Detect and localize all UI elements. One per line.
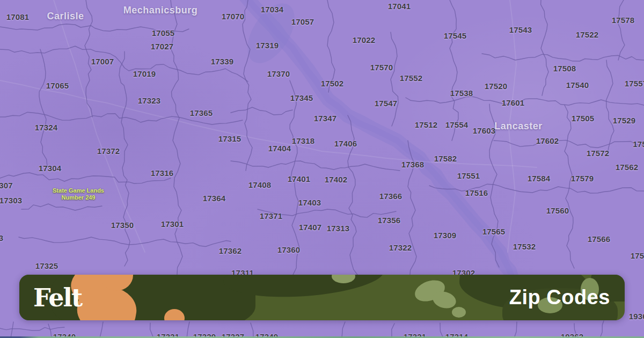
zip-label: 17403 xyxy=(298,198,321,207)
map-viewport[interactable]: 1704117034170811707017578170571754317055… xyxy=(0,0,644,338)
zip-label: 17065 xyxy=(46,81,69,90)
zip-label: 17366 xyxy=(379,192,402,201)
zip-label: 17319 xyxy=(256,41,279,50)
zip-label: 175 xyxy=(633,139,644,149)
map-title: Zip Codes xyxy=(509,275,610,320)
zip-label: 17371 xyxy=(260,211,283,221)
zip-label: 17362 xyxy=(219,246,242,255)
zip-label: 17347 xyxy=(314,114,337,123)
camo-blob xyxy=(452,307,466,318)
zip-label: 19362 xyxy=(629,312,644,321)
zip-label: 17303 xyxy=(0,196,22,205)
zip-label: 17401 xyxy=(288,174,311,183)
zip-label: 17404 xyxy=(268,144,291,153)
zip-label: 17516 xyxy=(465,188,488,197)
zip-label: 17356 xyxy=(378,216,401,225)
zip-label: 17322 xyxy=(389,243,412,252)
zip-label: 17370 xyxy=(267,69,290,78)
zip-label: 17406 xyxy=(334,139,357,148)
zip-label: 17324 xyxy=(35,123,58,132)
zip-label: 17547 xyxy=(375,99,398,108)
zip-label: 17315 xyxy=(218,134,241,143)
zip-label: 17602 xyxy=(536,136,559,145)
zip-label: 17019 xyxy=(133,69,156,78)
zip-label: 17309 xyxy=(434,231,457,240)
zip-label: 17560 xyxy=(546,206,569,215)
zip-label: 17081 xyxy=(6,12,30,21)
zip-label: 17313 xyxy=(327,224,350,233)
zip-label: 3 xyxy=(0,233,3,243)
zip-label: 17601 xyxy=(502,98,525,107)
zip-label: 17512 xyxy=(415,120,438,129)
zip-label: 17538 xyxy=(450,89,473,98)
zip-label: 17532 xyxy=(513,242,536,251)
zip-label: 17557 xyxy=(625,79,644,88)
zip-label: 17582 xyxy=(434,154,457,163)
zip-label: 17350 xyxy=(111,221,134,230)
zip-label: 17325 xyxy=(35,261,58,270)
zip-label: 17057 xyxy=(291,17,314,26)
zip-label: 17372 xyxy=(97,146,120,156)
zip-label: 17562 xyxy=(616,163,639,172)
zip-label: 17345 xyxy=(290,93,313,102)
zip-label: 17570 xyxy=(370,63,393,72)
zip-label: 17508 xyxy=(553,64,576,73)
zip-label: 17603 xyxy=(473,126,496,135)
zip-label: 17323 xyxy=(138,96,161,105)
zip-label: 17402 xyxy=(325,175,348,184)
zip-label: 17041 xyxy=(388,2,411,11)
zip-label: 17572 xyxy=(587,149,610,158)
zip-label: 17578 xyxy=(612,16,635,25)
zip-label: 17055 xyxy=(152,28,175,38)
zip-label: 17566 xyxy=(588,234,611,244)
felt-logo[interactable]: Felt xyxy=(33,275,82,320)
zip-label: 17368 xyxy=(401,160,425,169)
state-game-lands-label: State Game LandsNumber 249 xyxy=(53,187,104,201)
zip-label: 17551 xyxy=(457,171,480,180)
zip-label: 17360 xyxy=(277,245,301,254)
zip-label: 17540 xyxy=(566,80,589,90)
zip-label: 17304 xyxy=(39,164,62,173)
felt-attribution-banner[interactable]: Felt Zip Codes xyxy=(19,275,625,320)
zip-label: 17318 xyxy=(292,136,315,145)
city-label: Lancaster xyxy=(494,121,543,132)
zip-label: 17007 xyxy=(91,57,114,66)
zip-label: 17301 xyxy=(161,219,184,229)
zip-label: 17554 xyxy=(445,120,469,129)
zip-label: 17502 xyxy=(321,79,344,88)
zip-label: 17070 xyxy=(222,12,245,21)
zip-label: 17408 xyxy=(248,180,272,189)
zip-label: 17536 xyxy=(631,251,644,260)
city-label: Mechanicsburg xyxy=(123,5,198,16)
zip-label: 17552 xyxy=(400,74,423,83)
zip-label: 17364 xyxy=(203,194,226,203)
zip-label: 17407 xyxy=(299,223,322,232)
city-label: Carlisle xyxy=(47,11,84,22)
zip-label: 17522 xyxy=(576,30,599,39)
zip-label: 17365 xyxy=(190,108,213,117)
zip-label: 17529 xyxy=(613,116,636,125)
zip-label: 17584 xyxy=(528,174,551,183)
zip-label: 17565 xyxy=(482,227,506,236)
zip-label: 17545 xyxy=(444,31,467,40)
zip-label: 17027 xyxy=(151,42,174,51)
zip-label: 17339 xyxy=(211,57,234,66)
zip-label: 17316 xyxy=(151,168,174,178)
zip-label: 17520 xyxy=(485,82,508,91)
zip-label: 17022 xyxy=(353,35,376,45)
zip-label: 307 xyxy=(0,181,13,190)
zip-label: 17543 xyxy=(509,25,532,34)
zip-label: 17505 xyxy=(572,114,595,123)
zip-label: 17034 xyxy=(261,5,284,14)
zip-label: 17579 xyxy=(571,174,594,183)
